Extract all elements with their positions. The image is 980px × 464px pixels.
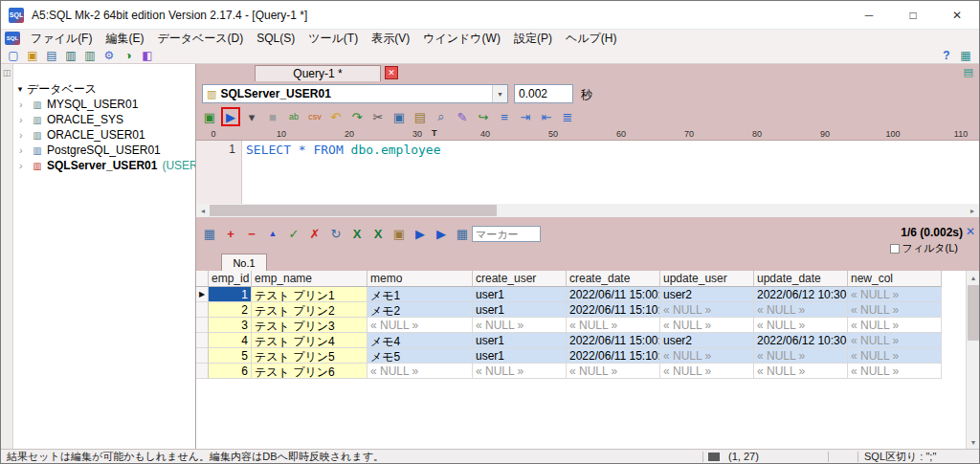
menu-item-8[interactable]: ヘルプ(H) [559, 30, 624, 47]
column-header-memo[interactable]: memo [368, 271, 473, 287]
cell[interactable]: « NULL » [754, 318, 848, 333]
cell[interactable]: 2022/06/11 15:00:00 [567, 287, 660, 302]
cell[interactable]: テスト プリン4 [252, 333, 368, 348]
menu-item-6[interactable]: ウインドウ(W) [416, 30, 507, 47]
scroll-down-icon[interactable]: ▾ [967, 435, 980, 449]
rerun-all-icon[interactable]: ▶ [432, 224, 451, 243]
menu-item-1[interactable]: 編集(E) [99, 30, 150, 47]
excel-export-icon[interactable]: X [347, 224, 367, 243]
new-tab-page-icon[interactable]: ▤ [964, 66, 973, 78]
cell[interactable]: メモ2 [368, 302, 473, 318]
column-header-new_col[interactable]: new_col [848, 271, 942, 287]
replace-icon[interactable]: ✎ [453, 107, 472, 126]
cell[interactable]: « NULL » [368, 318, 473, 333]
stop-icon[interactable]: ■ [263, 107, 282, 126]
menu-item-4[interactable]: ツール(T) [301, 30, 365, 47]
cell[interactable]: « NULL » [660, 364, 754, 379]
sql-editor[interactable]: 1 SELECT * FROM dbo.employee [196, 141, 979, 204]
cell[interactable]: 2022/06/11 15:10:00 [567, 348, 660, 364]
find-icon[interactable]: ⌕ [432, 107, 451, 126]
cell[interactable]: user1 [473, 348, 567, 364]
cell[interactable]: « NULL » [754, 364, 848, 379]
indent-icon[interactable]: ⇥ [516, 107, 535, 126]
cell[interactable]: « NULL » [473, 318, 567, 333]
help-icon[interactable]: ? [937, 48, 956, 63]
copy-icon[interactable]: ▣ [390, 107, 409, 126]
menu-item-2[interactable]: データベース(D) [150, 30, 250, 47]
refresh-grid-icon[interactable]: ↻ [326, 224, 345, 243]
insert-row-icon[interactable]: + [221, 224, 240, 243]
cell[interactable]: テスト プリン6 [252, 364, 368, 379]
scrollbar-thumb[interactable] [968, 285, 979, 341]
cell[interactable]: テスト プリン5 [252, 348, 368, 364]
open-file-icon[interactable]: ▣ [23, 48, 42, 63]
chevron-right-icon[interactable]: › [19, 99, 31, 110]
menu-item-3[interactable]: SQL(S) [250, 30, 301, 47]
row-indicator[interactable] [196, 333, 209, 348]
tab-result-no1[interactable]: No.1 [221, 254, 267, 271]
cell[interactable]: 5 [209, 348, 252, 364]
cell[interactable]: « NULL » [848, 318, 942, 333]
align-left-icon[interactable]: ≡ [495, 107, 514, 126]
column-header-create_user[interactable]: create_user [473, 271, 567, 287]
cell[interactable]: メモ1 [368, 287, 473, 302]
scrollbar-thumb[interactable] [210, 205, 497, 216]
cell[interactable]: 2 [209, 302, 252, 318]
cell[interactable]: « NULL » [848, 348, 942, 364]
cell[interactable]: 2022/06/12 10:30:00 [754, 333, 848, 348]
chevron-right-icon[interactable]: › [19, 114, 31, 125]
tree-item-ORACLE_USER01[interactable]: ›▥ORACLE_USER01 [13, 127, 195, 143]
close-results-button[interactable]: ✕ [964, 225, 977, 238]
cell[interactable]: « NULL » [368, 364, 473, 379]
tab-query-1[interactable]: Query-1 * [255, 65, 381, 81]
cell[interactable]: « NULL » [848, 364, 942, 379]
row-indicator[interactable] [196, 348, 209, 364]
run-sql-button[interactable]: ▶ [221, 107, 240, 126]
cell[interactable]: テスト プリン3 [252, 318, 368, 333]
cut-icon[interactable]: ✂ [368, 107, 388, 126]
run-sql-options-icon[interactable]: ▾ [242, 107, 261, 126]
format-sql-icon[interactable]: ≣ [558, 107, 577, 126]
open-sql-file-icon[interactable]: ▣ [200, 107, 219, 126]
cell[interactable]: « NULL » [660, 318, 754, 333]
cell[interactable]: メモ5 [368, 348, 473, 364]
column-header-emp_id[interactable]: emp_id [209, 271, 252, 287]
edit-grid-icon[interactable]: ▦ [200, 224, 219, 243]
cell[interactable]: 6 [209, 364, 252, 379]
cell[interactable]: « NULL » [754, 302, 848, 318]
save-icon[interactable]: ▤ [42, 48, 61, 63]
row-indicator[interactable] [196, 302, 209, 318]
undo-icon[interactable]: ↶ [326, 107, 345, 126]
chevron-right-icon[interactable]: › [19, 144, 31, 156]
cell[interactable]: user2 [660, 333, 754, 348]
cell[interactable]: user2 [660, 287, 754, 302]
explain-plan-icon[interactable]: ab [284, 107, 303, 126]
cell[interactable]: user1 [473, 302, 567, 318]
cell[interactable]: « NULL » [754, 348, 848, 364]
window-list-icon[interactable]: ▦ [956, 48, 975, 63]
column-header-update_user[interactable]: update_user [660, 271, 754, 287]
chevron-right-icon[interactable]: › [19, 160, 31, 171]
tree-root-databases[interactable]: ▾ データベース [13, 81, 195, 97]
menu-item-0[interactable]: ファイル(F) [24, 30, 99, 47]
row-indicator[interactable] [196, 318, 209, 333]
redo-icon[interactable]: ↷ [347, 107, 367, 126]
cell[interactable]: テスト プリン2 [252, 302, 368, 318]
column-header-create_date[interactable]: create_date [567, 271, 660, 287]
cell[interactable]: « NULL » [660, 302, 754, 318]
snippet-icon[interactable]: ↪ [474, 107, 493, 126]
cell[interactable]: 2022/06/11 15:00:00 [567, 333, 660, 348]
menu-item-7[interactable]: 設定(P) [507, 30, 559, 47]
tree-expanded-icon[interactable]: ▾ [13, 84, 27, 94]
column-header-emp_name[interactable]: emp_name [252, 271, 368, 287]
cell[interactable]: 4 [209, 333, 252, 348]
cell[interactable]: 1 [209, 287, 252, 302]
row-indicator[interactable] [196, 364, 209, 379]
column-header-update_date[interactable]: update_date [754, 271, 848, 287]
outdent-icon[interactable]: ⇤ [537, 107, 556, 126]
paste-icon[interactable]: ▤ [411, 107, 430, 126]
export-csv-icon[interactable]: csv [305, 107, 324, 126]
cell[interactable]: user1 [473, 287, 567, 302]
cell[interactable]: « NULL » [473, 364, 567, 379]
new-query-icon[interactable]: ▢ [4, 48, 23, 63]
